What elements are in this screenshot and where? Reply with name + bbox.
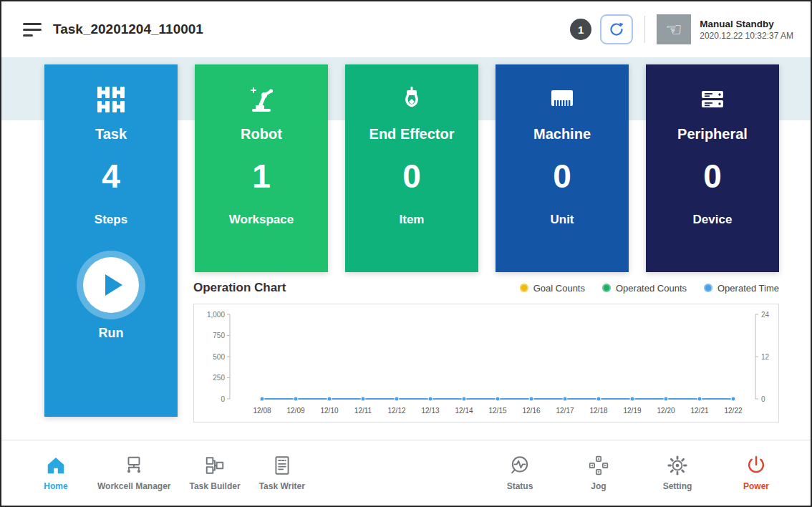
chart-title: Operation Chart xyxy=(193,281,286,295)
header-divider xyxy=(644,16,645,43)
card-value: 1 xyxy=(252,157,271,195)
card-value: 4 xyxy=(102,157,120,195)
timestamp: 2020.12.22 10:32:37 AM xyxy=(700,31,793,41)
nav-item-jog[interactable]: Jog xyxy=(576,455,622,491)
svg-text:12/20: 12/20 xyxy=(657,407,675,415)
nav-label: Home xyxy=(44,481,67,491)
svg-text:12/09: 12/09 xyxy=(286,407,304,415)
header: Task_20201204_110001 1 ☜ Manual Standby … xyxy=(1,1,811,57)
legend-label: Goal Counts xyxy=(533,283,585,294)
card-value: 0 xyxy=(402,157,421,195)
notification-badge: 1 xyxy=(570,19,591,40)
card-end-effector[interactable]: End Effector 0 Item xyxy=(345,64,478,272)
svg-text:250: 250 xyxy=(213,374,225,382)
svg-text:12/19: 12/19 xyxy=(623,407,641,415)
svg-text:12/12: 12/12 xyxy=(387,407,405,415)
svg-text:12/10: 12/10 xyxy=(320,407,338,415)
card-unit: Unit xyxy=(550,213,574,227)
gear-icon xyxy=(667,455,688,476)
svg-text:0: 0 xyxy=(221,395,225,403)
power-icon xyxy=(745,455,767,476)
nav-item-home[interactable]: Home xyxy=(33,455,79,491)
card-peripheral[interactable]: Peripheral 0 Device xyxy=(646,64,779,272)
jog-icon xyxy=(588,455,609,476)
play-icon xyxy=(105,274,122,296)
svg-text:1,000: 1,000 xyxy=(207,311,225,319)
gripper-icon xyxy=(396,83,427,116)
card-title: Robot xyxy=(241,126,282,143)
card-robot[interactable]: Robot 1 Workspace xyxy=(195,64,328,272)
hand-icon: ☜ xyxy=(666,20,682,39)
manual-mode-button[interactable]: ☜ xyxy=(657,14,691,44)
menu-icon[interactable] xyxy=(23,23,42,37)
svg-text:12/16: 12/16 xyxy=(522,407,540,415)
svg-text:12: 12 xyxy=(761,353,770,361)
app-frame: Task_20201204_110001 1 ☜ Manual Standby … xyxy=(0,0,812,507)
machine-icon xyxy=(546,83,578,116)
nav-item-power[interactable]: Power xyxy=(733,455,779,491)
chart-legend: Goal Counts Operated Counts Operated Tim… xyxy=(520,283,779,294)
nav-label: Status xyxy=(507,481,533,491)
nav-label: Task Builder xyxy=(189,481,240,491)
svg-text:12/11: 12/11 xyxy=(354,407,372,415)
operation-chart-svg: 02505007501,0000122412/0812/0912/1012/11… xyxy=(194,304,778,422)
operated-counts-dot-icon xyxy=(602,284,611,292)
task-icon xyxy=(95,83,127,116)
run-label: Run xyxy=(99,326,124,341)
operation-chart: 02505007501,0000122412/0812/0912/1012/11… xyxy=(193,304,779,422)
svg-text:12/22: 12/22 xyxy=(724,407,742,415)
svg-text:12/14: 12/14 xyxy=(455,407,473,415)
legend-label: Operated Time xyxy=(717,283,779,294)
legend-label: Operated Counts xyxy=(616,283,687,294)
svg-text:12/18: 12/18 xyxy=(589,407,607,415)
card-unit: Workspace xyxy=(229,213,294,227)
svg-text:12/21: 12/21 xyxy=(690,407,708,415)
nav-label: Power xyxy=(743,481,769,491)
card-value: 0 xyxy=(553,157,571,195)
robot-icon xyxy=(246,83,277,116)
nav-item-task-writer[interactable]: Task Writer xyxy=(259,455,305,491)
legend-operated-time: Operated Time xyxy=(704,283,779,294)
legend-goal-counts: Goal Counts xyxy=(520,283,585,294)
goal-counts-dot-icon xyxy=(520,284,528,292)
repeat-button[interactable] xyxy=(600,14,633,44)
card-machine[interactable]: Machine 0 Unit xyxy=(496,64,629,272)
card-task[interactable]: Task 4 Steps Run xyxy=(44,64,178,417)
card-unit: Device xyxy=(693,213,733,227)
mode-status: Manual Standby 2020.12.22 10:32:37 AM xyxy=(700,19,793,41)
legend-operated-counts: Operated Counts xyxy=(602,283,687,294)
svg-text:12/08: 12/08 xyxy=(253,407,271,415)
rotate-icon xyxy=(608,21,625,38)
svg-text:500: 500 xyxy=(213,353,225,361)
card-title: Task xyxy=(95,126,127,143)
card-unit: Steps xyxy=(95,213,127,227)
run-button[interactable] xyxy=(83,257,139,313)
nav-item-status[interactable]: Status xyxy=(497,455,543,491)
nav-label: Task Writer xyxy=(259,481,305,491)
svg-text:12/17: 12/17 xyxy=(556,407,574,415)
home-icon xyxy=(45,455,67,476)
card-title: End Effector xyxy=(369,126,455,143)
svg-text:12/15: 12/15 xyxy=(488,407,506,415)
nav-item-setting[interactable]: Setting xyxy=(654,455,700,491)
bottom-nav: Home Workcell Manager xyxy=(1,440,811,506)
page-title: Task_20201204_110001 xyxy=(53,21,203,37)
nav-label: Workcell Manager xyxy=(97,481,170,491)
svg-text:0: 0 xyxy=(761,395,765,403)
svg-text:750: 750 xyxy=(213,332,225,339)
nav-label: Jog xyxy=(591,481,606,491)
task-builder-icon xyxy=(204,455,226,476)
workcell-manager-icon xyxy=(123,455,145,476)
svg-text:12/13: 12/13 xyxy=(421,407,439,415)
server-stack-icon xyxy=(697,83,728,116)
nav-item-workcell-manager[interactable]: Workcell Manager xyxy=(97,455,170,491)
card-unit: Item xyxy=(400,213,425,227)
nav-label: Setting xyxy=(663,481,692,491)
operation-chart-section: Operation Chart Goal Counts Operated Cou… xyxy=(193,281,779,422)
status-icon xyxy=(509,455,531,476)
card-title: Machine xyxy=(533,126,591,143)
operated-time-dot-icon xyxy=(704,284,712,292)
nav-item-task-builder[interactable]: Task Builder xyxy=(189,455,240,491)
task-writer-icon xyxy=(271,455,293,476)
mode-label: Manual Standby xyxy=(700,19,793,29)
